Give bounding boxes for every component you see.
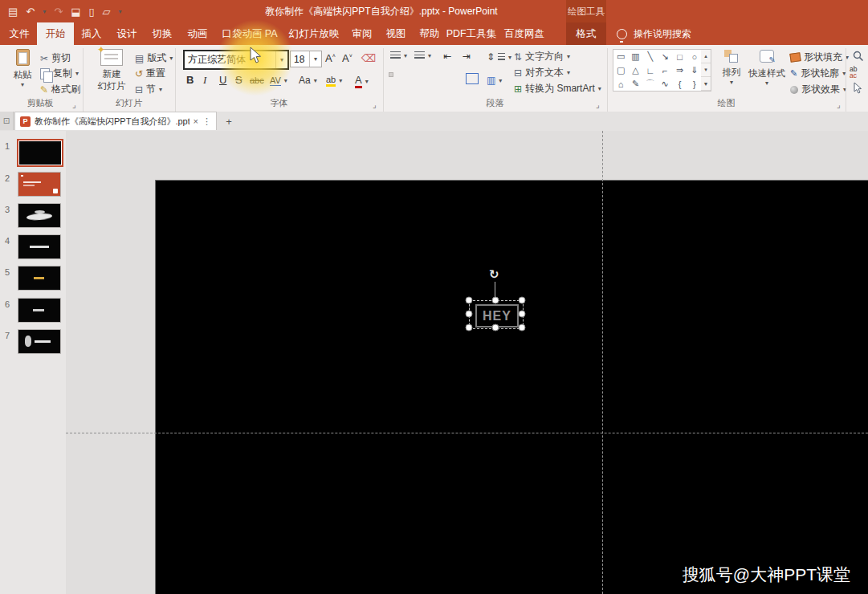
tab-transitions[interactable]: 切换 xyxy=(145,22,180,45)
start-slideshow-icon[interactable]: ⬓ xyxy=(71,6,80,18)
undo-icon[interactable]: ↶ xyxy=(26,6,35,18)
columns-button[interactable]: ▥ ▾ xyxy=(487,75,502,86)
rotation-handle-icon[interactable]: ↻ xyxy=(489,267,499,282)
slide-thumbnail-4[interactable] xyxy=(18,234,61,259)
shape-rectangle-icon[interactable]: □ xyxy=(672,50,687,63)
shape-textbox-icon[interactable]: ▭ xyxy=(613,50,628,63)
section-button[interactable]: ⊟ 节 ▾ xyxy=(135,83,162,96)
shape-arrow-line-icon[interactable]: ↘ xyxy=(658,50,672,63)
resize-handle-se[interactable] xyxy=(519,324,526,332)
drawing-dialog-launcher-icon[interactable]: ⌟ xyxy=(837,100,841,109)
align-text-button[interactable]: ⊟ 对齐文本 ▾ xyxy=(514,66,570,79)
slide-thumbnail-1[interactable] xyxy=(17,139,63,167)
bold-button[interactable]: B xyxy=(186,74,194,86)
slide-thumbnail-5[interactable] xyxy=(18,266,61,291)
font-dialog-launcher-icon[interactable]: ⌟ xyxy=(373,100,377,109)
shape-elbow-arrow-icon[interactable]: ⌐ xyxy=(658,63,672,77)
shape-rounded-rect-icon[interactable]: ▢ xyxy=(613,63,628,77)
tab-review[interactable]: 审阅 xyxy=(345,22,379,45)
underline-button[interactable]: U xyxy=(219,74,226,86)
font-name-combo[interactable]: 方正综艺简体 ▾ xyxy=(183,50,289,70)
resize-handle-ne[interactable] xyxy=(519,297,526,304)
layout-button[interactable]: ▤ 版式 ▾ xyxy=(135,51,173,65)
tab-pocket-animation[interactable]: 口袋动画 PA xyxy=(217,22,283,45)
tab-pdf-tools[interactable]: PDF工具集 xyxy=(446,22,496,45)
new-slide-button[interactable]: ✦ 新建 幻灯片 xyxy=(90,49,133,92)
editing-canvas[interactable]: ↻ HEY 搜狐号@大神PPT课堂 xyxy=(66,131,868,594)
strikethrough-button[interactable]: abc xyxy=(250,75,264,85)
shape-elbow-icon[interactable]: ∟ xyxy=(643,63,658,77)
tab-format[interactable]: 格式 xyxy=(566,22,606,45)
change-case-button[interactable]: Aa ▾ xyxy=(299,75,317,86)
shape-effects-button[interactable]: 形状效果 ▾ xyxy=(790,83,846,96)
shadow-strike-button[interactable]: S xyxy=(235,74,242,86)
document-tab-active[interactable]: P 教你制作《高端快闪PPT自我介绍》.pptx × ⋮ xyxy=(14,112,217,130)
shape-gallery-scrollbar[interactable]: ▴ ▾ ▼ xyxy=(701,49,711,92)
shape-right-brace-icon[interactable]: } xyxy=(687,77,702,91)
paragraph-dialog-launcher-icon[interactable]: ⌟ xyxy=(596,100,600,109)
increase-indent-icon[interactable]: ⇥ xyxy=(463,51,471,62)
select-button[interactable] xyxy=(853,82,862,97)
slide-thumbnail-6[interactable] xyxy=(18,298,61,323)
tab-manager-icon[interactable]: ⊡ xyxy=(0,112,14,130)
document-tab-menu-icon[interactable]: ⋮ xyxy=(202,116,211,127)
resize-handle-s[interactable] xyxy=(492,324,499,332)
horizontal-guide[interactable] xyxy=(66,433,868,433)
tab-baidu-netdisk[interactable]: 百度网盘 xyxy=(499,22,549,45)
tab-slideshow[interactable]: 幻灯片放映 xyxy=(284,22,344,45)
shape-vertical-textbox-icon[interactable]: ▥ xyxy=(628,50,642,63)
shape-down-arrow-icon[interactable]: ⇓ xyxy=(687,63,702,77)
resize-handle-n[interactable] xyxy=(492,297,499,304)
numbering-button[interactable]: ▾ xyxy=(414,51,431,59)
font-size-dropdown-icon[interactable]: ▾ xyxy=(309,51,321,67)
cut-button[interactable]: ✂ 剪切 xyxy=(40,51,71,65)
open-file-icon[interactable]: ▱ xyxy=(103,6,111,18)
font-size-combo[interactable]: 18 ▾ xyxy=(290,51,322,67)
align-left-button[interactable] xyxy=(389,73,393,76)
distribute-button[interactable] xyxy=(466,73,479,84)
tab-home[interactable]: 开始 xyxy=(37,22,74,45)
save-icon[interactable]: ▤ xyxy=(8,6,18,18)
new-document-icon[interactable]: ▯ xyxy=(88,6,94,18)
line-spacing-button[interactable]: ⇕ ▾ xyxy=(487,51,511,63)
tab-help[interactable]: 帮助 xyxy=(413,22,446,45)
format-painter-button[interactable]: ✎ 格式刷 xyxy=(40,83,80,96)
vertical-guide[interactable] xyxy=(602,131,603,594)
reset-button[interactable]: ↺ 重置 xyxy=(135,67,165,80)
clipboard-dialog-launcher-icon[interactable]: ⌟ xyxy=(72,100,76,109)
shape-right-arrow-icon[interactable]: ⇒ xyxy=(672,63,687,77)
find-button[interactable] xyxy=(853,51,864,65)
decrease-indent-icon[interactable]: ⇤ xyxy=(443,51,451,62)
slide-surface[interactable] xyxy=(155,180,868,594)
font-color-button[interactable]: A ▾ xyxy=(355,74,369,88)
shape-freeform-icon[interactable]: ⌂ xyxy=(613,77,628,91)
italic-button[interactable]: I xyxy=(203,74,206,87)
tab-animations[interactable]: 动画 xyxy=(180,22,215,45)
arrange-button[interactable]: 排列 ▾ xyxy=(717,50,746,86)
clear-formatting-button[interactable]: ⌫ xyxy=(361,52,376,64)
slide-thumbnail-3[interactable] xyxy=(18,203,61,228)
new-document-tab-button[interactable]: + xyxy=(222,113,236,129)
font-name-dropdown-icon[interactable]: ▾ xyxy=(275,51,287,68)
resize-handle-w[interactable] xyxy=(466,311,473,318)
text-highlight-button[interactable]: ab ▾ xyxy=(326,75,342,87)
copy-button[interactable]: 复制 ▾ xyxy=(40,67,79,80)
tab-design[interactable]: 设计 xyxy=(109,22,145,45)
customize-qat-icon[interactable]: ▾ xyxy=(119,8,122,15)
bullets-button[interactable]: ▾ xyxy=(390,51,407,59)
shrink-font-button[interactable]: A˅ xyxy=(342,52,352,64)
tab-view[interactable]: 视图 xyxy=(379,22,413,45)
resize-handle-nw[interactable] xyxy=(466,297,473,304)
undo-dropdown-icon[interactable]: ▾ xyxy=(43,8,46,15)
shape-curve-icon[interactable]: ∿ xyxy=(658,77,672,91)
shape-gallery[interactable]: ▭ ▥ ╲ ↘ □ ○ ▢ △ ∟ ⌐ ⇒ ⇓ ⌂ ✎ ⌒ ∿ { } xyxy=(613,49,703,92)
paste-button[interactable]: 粘贴 ▾ xyxy=(6,49,39,88)
resize-handle-sw[interactable] xyxy=(466,324,473,332)
shape-outline-button[interactable]: ✎ 形状轮廓 ▾ xyxy=(790,67,846,80)
shape-triangle-icon[interactable]: △ xyxy=(628,63,642,77)
tell-me-search[interactable]: 操作说明搜索 xyxy=(617,22,691,45)
shape-oval-icon[interactable]: ○ xyxy=(687,50,702,63)
convert-smartart-button[interactable]: ⊞ 转换为 SmartArt ▾ xyxy=(514,82,601,96)
slide-thumbnail-2[interactable] xyxy=(18,172,61,197)
tab-file[interactable]: 文件 xyxy=(2,22,37,45)
